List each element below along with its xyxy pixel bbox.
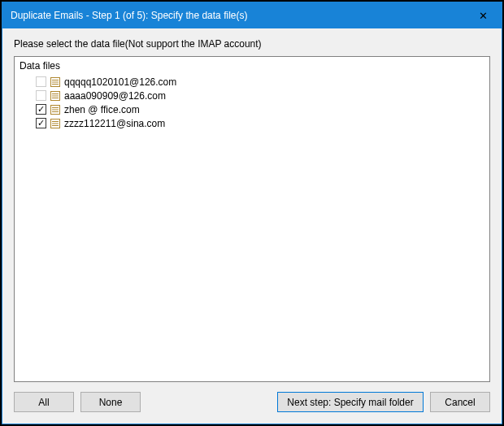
- svg-rect-3: [52, 84, 59, 85]
- svg-rect-9: [52, 107, 59, 108]
- svg-rect-1: [52, 80, 59, 80]
- list-item[interactable]: ✓ zzzz112211@sina.com: [20, 116, 484, 130]
- data-files-listbox[interactable]: Data files qqqqq1020101@126.com aaaa0909…: [14, 56, 490, 382]
- svg-rect-15: [52, 125, 59, 126]
- svg-rect-6: [52, 95, 59, 96]
- item-label: qqqqq1020101@126.com: [64, 76, 176, 88]
- all-button[interactable]: All: [14, 392, 74, 412]
- item-label: zzzz112211@sina.com: [64, 118, 165, 129]
- data-file-icon: [50, 104, 61, 115]
- checkbox[interactable]: [36, 90, 46, 101]
- svg-rect-10: [52, 109, 59, 110]
- dialog-window: Duplicate Emails - Step 1 (of 5): Specif…: [2, 2, 502, 424]
- none-button[interactable]: None: [80, 392, 141, 412]
- checkbox[interactable]: ✓: [36, 118, 46, 128]
- content-area: Please select the data file(Not support …: [2, 28, 502, 424]
- data-file-icon: [50, 76, 61, 88]
- data-file-icon: [50, 118, 61, 129]
- button-row: All None Next step: Specify mail folder …: [14, 392, 490, 412]
- close-button[interactable]: ✕: [464, 2, 502, 28]
- svg-rect-13: [52, 121, 59, 122]
- close-icon: ✕: [479, 10, 488, 22]
- cancel-button[interactable]: Cancel: [430, 392, 490, 412]
- item-label: zhen @ ffice.com: [64, 104, 140, 115]
- checkbox[interactable]: [36, 76, 46, 87]
- list-item[interactable]: qqqqq1020101@126.com: [20, 75, 484, 89]
- list-item[interactable]: aaaa090909@126.com: [20, 89, 484, 102]
- list-header: Data files: [20, 59, 484, 73]
- list-item[interactable]: ✓ zhen @ ffice.com: [20, 102, 484, 116]
- svg-rect-11: [52, 111, 59, 112]
- svg-rect-7: [52, 98, 59, 98]
- next-step-button[interactable]: Next step: Specify mail folder: [277, 392, 424, 412]
- checkbox[interactable]: ✓: [36, 104, 46, 115]
- instruction-text: Please select the data file(Not support …: [14, 38, 490, 50]
- item-label: aaaa090909@126.com: [64, 90, 166, 102]
- svg-rect-2: [52, 81, 59, 82]
- window-title: Duplicate Emails - Step 1 (of 5): Specif…: [11, 10, 464, 21]
- svg-rect-5: [52, 93, 59, 94]
- titlebar: Duplicate Emails - Step 1 (of 5): Specif…: [2, 2, 502, 28]
- svg-rect-14: [52, 123, 59, 124]
- data-file-icon: [50, 90, 61, 102]
